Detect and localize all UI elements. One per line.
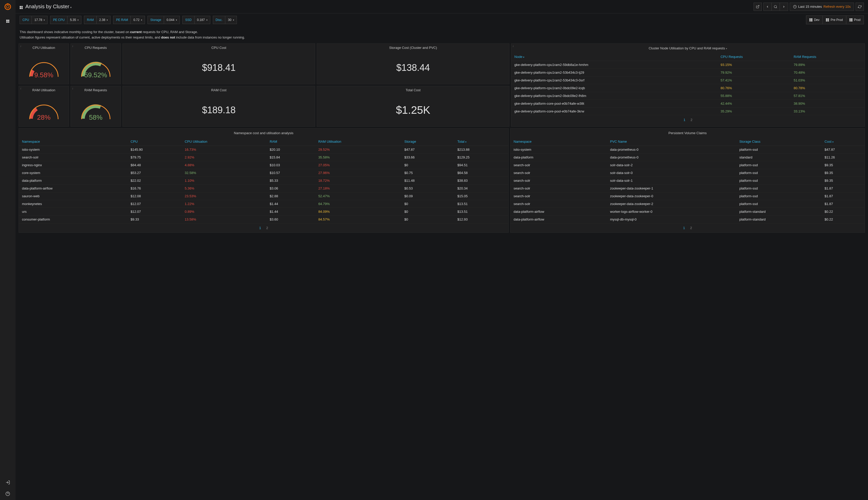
table-row[interactable]: gke-delivery-platform-core-pool-e0b74afe… <box>511 107 865 115</box>
cell-cost: $1.87 <box>821 184 865 192</box>
table-row[interactable]: data-platform $22.02 1.10% $5.33 18.72% … <box>19 177 508 184</box>
col-cpu-requests[interactable]: CPU Requests <box>717 53 790 61</box>
panel-cpu-requests[interactable]: i CPU Requests 59.52% <box>71 43 121 84</box>
info-icon[interactable]: i <box>513 45 514 48</box>
grafana-logo-icon[interactable] <box>4 3 12 11</box>
panel-cpu-utilisation[interactable]: i CPU Utilisation 9.58% <box>19 43 69 84</box>
table-row[interactable]: search-solr solr-data-solr-2 platform-ss… <box>511 161 865 169</box>
panel-ram-requests[interactable]: i RAM Requests 58% <box>71 86 121 127</box>
page-1[interactable]: 1 <box>259 226 261 230</box>
table-row[interactable]: search-solr zookeeper-data-zookeeper-0 p… <box>511 192 865 200</box>
cell-ram: $10.03 <box>267 161 315 169</box>
panel-pvc[interactable]: Persistent Volume Claims Namespace PVC N… <box>510 128 865 233</box>
col-storage-class[interactable]: Storage Class <box>736 138 821 146</box>
table-row[interactable]: gke-delivery-platform-cpu1ram2-53b434c3-… <box>511 76 865 84</box>
col-node[interactable]: Node▾ <box>511 53 717 61</box>
table-row[interactable]: gke-delivery-platform-cpu1ram2-53b434c3-… <box>511 69 865 76</box>
svg-line-5 <box>758 5 759 7</box>
table-row[interactable]: gke-delivery-platform-cpu1ram2-59db8a1e-… <box>511 61 865 69</box>
panel-ram-utilisation[interactable]: i RAM Utilisation 28% <box>19 86 69 127</box>
col-pvc-name[interactable]: PVC Name <box>607 138 736 146</box>
table-row[interactable]: search-solr solr-data-solr-1 platform-ss… <box>511 177 865 184</box>
table-row[interactable]: urs $12.07 0.89% $1.44 84.09% $0 $13.51 <box>19 208 508 215</box>
table-row[interactable]: sauron-web $12.08 23.53% $2.88 52.47% $0… <box>19 192 508 200</box>
table-row[interactable]: istio-system data-prometheus-0 platform-… <box>511 146 865 153</box>
table-row[interactable]: gke-delivery-platform-cpu1ram2-0bdc09e2-… <box>511 84 865 92</box>
panel-cpu-cost[interactable]: CPU Cost $918.41 <box>122 43 315 84</box>
var-disc[interactable]: Disc.30▾ <box>213 16 237 24</box>
table-row[interactable]: data-platform data-prometheus-0 standard… <box>511 153 865 161</box>
var-cpu[interactable]: CPU17.78▾ <box>20 16 48 24</box>
col-namespace[interactable]: Namespace <box>19 138 128 146</box>
info-icon[interactable]: i <box>20 45 21 48</box>
cell-cpu: $53.27 <box>128 169 182 177</box>
page-2[interactable]: 2 <box>266 226 268 230</box>
chevron-down-icon: ▾ <box>44 19 45 21</box>
var-pecpu[interactable]: PE CPU5.35▾ <box>50 16 81 24</box>
signin-icon[interactable] <box>3 477 13 488</box>
col-ram[interactable]: RAM <box>267 138 315 146</box>
cell-sc: platform-ssd <box>736 184 821 192</box>
time-range-picker[interactable]: Last 15 minutes Refresh every 10s <box>790 3 854 11</box>
panel-ram-cost[interactable]: RAM Cost $189.18 <box>122 86 315 127</box>
dashboard-title[interactable]: Analysis by Cluster▾ <box>20 4 72 10</box>
table-row[interactable]: search-solr zookeeper-data-zookeeper-1 p… <box>511 184 865 192</box>
col-total[interactable]: Total▾ <box>454 138 508 146</box>
env-preprod-button[interactable]: Pre Prod <box>822 16 846 24</box>
table-row[interactable]: istio-system $145.90 16.73% $20.10 29.52… <box>19 146 508 153</box>
col-namespace[interactable]: Namespace <box>511 138 607 146</box>
share-button[interactable] <box>753 3 762 11</box>
cell-cpu: 79.92% <box>717 69 790 76</box>
col-ram-requests[interactable]: RAM Requests <box>790 53 865 61</box>
zoom-out-button[interactable] <box>772 3 780 11</box>
var-ram[interactable]: RAM2.38▾ <box>84 16 110 24</box>
table-row[interactable]: data-platform-airflow $16.76 5.36% $3.06… <box>19 184 508 192</box>
info-icon[interactable]: i <box>72 45 73 48</box>
info-icon[interactable]: i <box>20 87 21 90</box>
page-1[interactable]: 1 <box>683 118 685 122</box>
cell-ram: $3.06 <box>267 184 315 192</box>
col-cpu[interactable]: CPU <box>128 138 182 146</box>
table-row[interactable]: search-solr solr-data-solr-0 platform-ss… <box>511 169 865 177</box>
table-row[interactable]: monkeynetes $12.07 1.22% $1.44 64.79% $0… <box>19 200 508 208</box>
refresh-button[interactable] <box>856 3 864 11</box>
cell-sc: platform-ssd <box>736 146 821 153</box>
table-row[interactable]: search-solr zookeeper-data-zookeeper-2 p… <box>511 200 865 208</box>
help-icon[interactable] <box>3 489 13 499</box>
svg-point-1 <box>7 5 9 8</box>
table-row[interactable]: core-system $53.27 32.58% $10.57 27.96% … <box>19 169 508 177</box>
var-ssd[interactable]: SSD0.187▾ <box>183 16 210 24</box>
time-back-button[interactable] <box>763 3 772 11</box>
table-row[interactable]: search-solr $79.75 2.92% $15.84 35.58% $… <box>19 153 508 161</box>
var-storage[interactable]: Storage0.044▾ <box>148 16 180 24</box>
chevron-down-icon: ▾ <box>726 47 727 50</box>
panel-storage-cost[interactable]: Storage Cost (Cluster and PVC) $138.44 <box>317 43 509 84</box>
env-prod-button[interactable]: Prod <box>846 16 864 24</box>
cell-ram-util: 27.18% <box>315 184 401 192</box>
table-row[interactable]: data-platform-airflow worker-logs-airflo… <box>511 208 865 215</box>
info-icon[interactable]: i <box>72 87 73 90</box>
table-row[interactable]: data-platform-airflow mysql-db-mysql-0 p… <box>511 215 865 223</box>
table-row[interactable]: ingress-nginx $84.48 4.88% $10.03 27.05%… <box>19 161 508 169</box>
panel-total-cost[interactable]: Total Cost $1.25K <box>317 86 509 127</box>
col-cpu-util[interactable]: CPU Utilisation <box>181 138 267 146</box>
var-peram[interactable]: PE RAM0.72▾ <box>113 16 145 24</box>
time-forward-button[interactable] <box>780 3 788 11</box>
table-row[interactable]: consumer-platform $9.33 13.58% $3.60 84.… <box>19 215 508 223</box>
cell-ram: $20.10 <box>267 146 315 153</box>
page-2[interactable]: 2 <box>691 118 692 122</box>
env-dev-button[interactable]: Dev <box>806 16 822 24</box>
panel-namespace-cost[interactable]: Namespace cost and utilisation analysis … <box>19 128 509 233</box>
panel-node-utilisation[interactable]: i Cluster Node Utilisation by CPU and RA… <box>511 43 865 127</box>
table-row[interactable]: gke-delivery-platform-cpu1ram2-0bdc09e2-… <box>511 92 865 100</box>
table-row[interactable]: gke-delivery-platform-core-pool-e0b74afe… <box>511 100 865 107</box>
page-1[interactable]: 1 <box>683 226 685 230</box>
col-storage[interactable]: Storage <box>401 138 454 146</box>
col-ram-util[interactable]: RAM Utilisation <box>315 138 401 146</box>
cell-pvc: zookeeper-data-zookeeper-2 <box>607 200 736 208</box>
col-cost[interactable]: Cost▾ <box>821 138 865 146</box>
cell-ram-util: 27.05% <box>315 161 401 169</box>
cell-cpu: 42.44% <box>717 100 790 107</box>
page-2[interactable]: 2 <box>690 226 692 230</box>
dashboards-icon[interactable] <box>3 16 13 26</box>
